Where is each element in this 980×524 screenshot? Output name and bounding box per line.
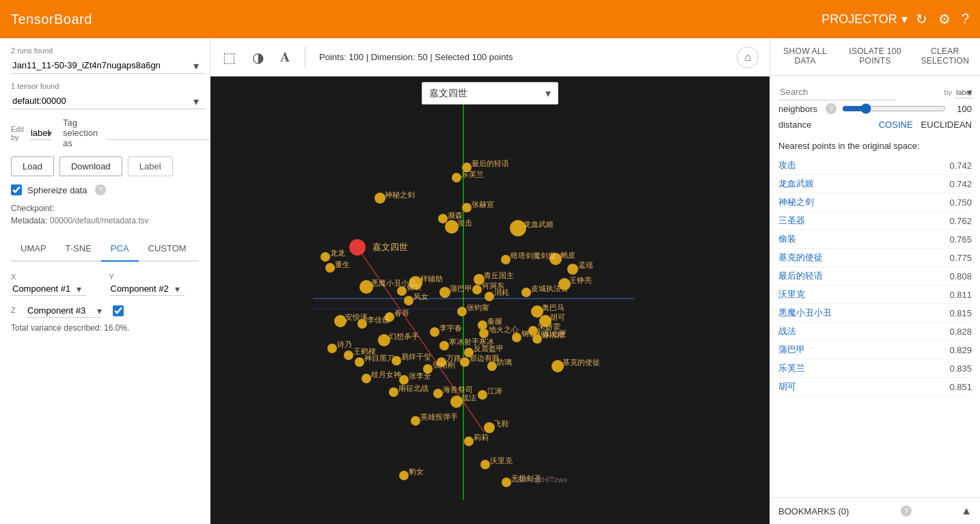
- point-selected[interactable]: [349, 239, 366, 256]
- comp-x-selector[interactable]: Component #1: [11, 282, 86, 296]
- nearest-point-name[interactable]: 战法: [778, 325, 796, 337]
- canvas-point[interactable]: [392, 356, 401, 366]
- help-icon[interactable]: ?: [962, 11, 969, 27]
- canvas-point[interactable]: [457, 307, 467, 316]
- canvas-point[interactable]: [397, 286, 407, 296]
- canvas-point[interactable]: [438, 214, 448, 223]
- nearest-point-name[interactable]: 最后的轻语: [778, 270, 823, 282]
- canvas-point[interactable]: [344, 350, 353, 360]
- euclidean-option[interactable]: EUCLIDEAN: [921, 120, 972, 130]
- search-by-row: by label ▾: [778, 84, 972, 100]
- label-button[interactable]: Label: [128, 156, 173, 176]
- canvas-point[interactable]: [512, 333, 521, 342]
- nearest-point-name[interactable]: 蒲巴甲: [778, 344, 805, 356]
- canvas-point[interactable]: [532, 334, 542, 344]
- label-mode-icon[interactable]: 𝐀: [276, 45, 294, 69]
- canvas-point[interactable]: [567, 264, 578, 275]
- nearest-point-dist: 0.742: [949, 161, 972, 171]
- tag-selection-input[interactable]: [106, 126, 210, 140]
- canvas-point[interactable]: [362, 374, 371, 383]
- sphereize-checkbox[interactable]: [11, 184, 22, 195]
- tab-pca[interactable]: PCA: [101, 236, 139, 262]
- component-y-col: Y Component #2 ▾: [109, 273, 200, 296]
- canvas-point[interactable]: [464, 437, 474, 446]
- canvas-point[interactable]: [464, 348, 474, 357]
- canvas-point[interactable]: [480, 460, 490, 469]
- search-input[interactable]: [778, 84, 896, 100]
- load-button[interactable]: Load: [11, 156, 54, 176]
- tab-tsne[interactable]: T-SNE: [56, 236, 101, 260]
- canvas-point[interactable]: [439, 287, 450, 298]
- canvas-point[interactable]: [375, 193, 385, 204]
- nearest-point-name[interactable]: 基克的使徒: [778, 251, 823, 264]
- night-mode-icon[interactable]: ◑: [248, 45, 268, 70]
- sphereize-help-icon[interactable]: ?: [95, 184, 106, 195]
- home-button[interactable]: ⌂: [737, 46, 759, 68]
- canvas-area[interactable]: 嘉文四世 ▾ 嘉文四世 最后的轻语 乐芙兰 神秘之剑: [210, 77, 770, 524]
- watermark-text: CSDN @HITzwx: [511, 475, 568, 484]
- canvas-point[interactable]: [357, 319, 367, 329]
- nearest-point-name[interactable]: 偷装: [778, 233, 796, 245]
- canvas-point[interactable]: [478, 390, 487, 400]
- nearest-point-name[interactable]: 三圣器: [778, 215, 805, 227]
- cosine-option[interactable]: COSINE: [879, 120, 913, 130]
- selection-box-icon[interactable]: ⬚: [219, 45, 240, 70]
- canvas-point[interactable]: [445, 220, 459, 234]
- canvas-point[interactable]: [355, 357, 364, 367]
- canvas-point[interactable]: [487, 361, 497, 371]
- refresh-icon[interactable]: ↻: [916, 11, 927, 27]
- neighbors-help-icon[interactable]: ?: [826, 103, 836, 114]
- canvas-point[interactable]: [452, 173, 461, 182]
- canvas-point[interactable]: [404, 296, 413, 305]
- canvas-point[interactable]: [472, 285, 482, 294]
- bookmarks-help-icon[interactable]: ?: [901, 506, 912, 516]
- neighbors-slider[interactable]: [842, 103, 946, 114]
- comp-z-selector[interactable]: Component #3: [26, 304, 101, 318]
- canvas-point[interactable]: [325, 263, 335, 273]
- nearest-point-name[interactable]: 悪魔小丑小丑: [778, 307, 832, 319]
- nearest-point-name[interactable]: 龙血武姬: [778, 178, 814, 190]
- clear-selection-button[interactable]: Clear selection: [910, 38, 980, 75]
- canvas-point[interactable]: [430, 327, 439, 337]
- canvas-point[interactable]: [399, 471, 409, 480]
- nearest-point-dist: 0.828: [949, 327, 972, 337]
- tensor-selector[interactable]: default:00000: [11, 93, 206, 109]
- canvas-point[interactable]: [321, 252, 330, 262]
- canvas-point[interactable]: [411, 416, 420, 426]
- canvas-point[interactable]: [502, 478, 511, 487]
- settings-icon[interactable]: ⚙: [938, 11, 951, 27]
- canvas-point[interactable]: [479, 329, 489, 338]
- comp-y-selector[interactable]: Component #2: [109, 282, 185, 296]
- bookmarks-bar[interactable]: BOOKMARKS (0) ? ▲: [770, 497, 980, 524]
- projector-button[interactable]: PROJECTOR ▾: [821, 12, 908, 27]
- nearest-point-name[interactable]: 沃里克: [778, 288, 805, 301]
- show-all-data-button[interactable]: Show All Data: [770, 38, 840, 75]
- canvas-point[interactable]: [399, 375, 409, 385]
- run-selector[interactable]: Jan11_11-50-39_iZt4n7nugaps8a6gn: [11, 57, 206, 74]
- isolate-button[interactable]: Isolate 100 points: [840, 38, 910, 75]
- canvas-point[interactable]: [521, 288, 531, 297]
- canvas-point[interactable]: [327, 344, 337, 353]
- canvas-point[interactable]: [433, 389, 443, 398]
- canvas-point[interactable]: [484, 422, 495, 433]
- canvas-point[interactable]: [485, 292, 494, 301]
- canvas-point[interactable]: [462, 203, 472, 212]
- canvas-point[interactable]: [528, 326, 538, 335]
- projector-dropdown-icon[interactable]: ▾: [901, 12, 908, 27]
- canvas-point[interactable]: [460, 357, 469, 367]
- selected-item-value[interactable]: 嘉文四世 ▾: [422, 82, 558, 105]
- download-button[interactable]: Download: [59, 156, 122, 176]
- canvas-point[interactable]: [478, 320, 487, 330]
- nearest-point-name[interactable]: 攻击: [778, 159, 796, 171]
- nearest-point-name[interactable]: 神秘之剑: [778, 196, 814, 208]
- comp-z-checkbox[interactable]: [113, 305, 124, 316]
- selected-item-dropdown[interactable]: 嘉文四世 ▾: [422, 82, 558, 105]
- run-selector-row: Jan11_11-50-39_iZt4n7nugaps8a6gn ▾: [11, 57, 199, 74]
- tab-umap[interactable]: UMAP: [11, 236, 56, 260]
- canvas-point[interactable]: [501, 255, 511, 264]
- canvas-point[interactable]: [389, 387, 398, 397]
- nearest-point-name[interactable]: 胡可: [778, 381, 796, 393]
- tab-custom[interactable]: CUSTOM: [139, 236, 196, 260]
- nearest-point-name[interactable]: 乐芙兰: [778, 362, 805, 374]
- canvas-point[interactable]: [439, 341, 449, 350]
